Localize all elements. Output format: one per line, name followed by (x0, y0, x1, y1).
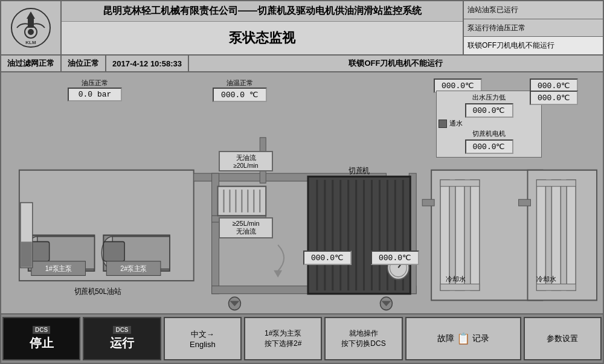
svg-rect-58 (455, 180, 464, 290)
svg-point-4 (28, 29, 34, 35)
svg-rect-66 (536, 180, 576, 187)
svg-rect-64 (551, 180, 561, 290)
status-item-2: 泵运行待油压正常 (464, 19, 603, 37)
filter-status: 油过滤网正常 (1, 56, 62, 71)
svg-rect-69 (519, 199, 531, 206)
status-item-3: 联锁OFF刀机电机不能运行 (464, 37, 603, 54)
svg-marker-1 (27, 11, 35, 19)
local-dcs-button[interactable]: 就地操作 按下切换DCS (324, 317, 402, 360)
svg-text:2#泵主泵: 2#泵主泵 (120, 265, 147, 272)
svg-rect-28 (212, 216, 266, 222)
alert-text: 联锁OFF刀机电机不能运行 (189, 56, 603, 71)
main-container: KLM 昆明克林轻工机械有限责任公司——切蔗机及驱动电机供油润滑站监控系统 泵状… (0, 0, 604, 364)
svg-text:切蔗机: 切蔗机 (349, 167, 370, 176)
svg-text:切蔗机50L油站: 切蔗机50L油站 (74, 287, 121, 296)
info-bar: 油过滤网正常 油位正常 2017-4-12 10:58:33 联锁OFF刀机电机… (1, 56, 603, 72)
svg-rect-57 (440, 180, 449, 290)
logo-area: KLM (1, 1, 62, 54)
svg-text:1#泵主泵: 1#泵主泵 (45, 265, 72, 272)
level-status: 油位正常 (62, 56, 106, 71)
company-title: 昆明克林轻工机械有限责任公司——切蔗机及驱动电机供油润滑站监控系统 (62, 1, 463, 22)
pump-select-button[interactable]: 1#泵为主泵 按下选择2# (244, 317, 322, 360)
fault-record-button[interactable]: 故障 📋 记录 (405, 317, 521, 360)
svg-rect-68 (422, 199, 434, 206)
stop-button[interactable]: DCS 停止 (2, 317, 80, 360)
svg-rect-59 (471, 180, 480, 290)
param-button[interactable]: 参数设置 (524, 317, 602, 360)
diagram-svg: 1#泵主泵 2#泵主泵 切蔗机50L油站 (1, 72, 603, 313)
svg-rect-15 (103, 241, 124, 261)
language-button[interactable]: 中文→ English (164, 317, 242, 360)
page-title: 泵状态监视 (62, 22, 463, 54)
svg-text:KLM: KLM (25, 40, 36, 45)
title-area: 昆明克林轻工机械有限责任公司——切蔗机及驱动电机供油润滑站监控系统 泵状态监视 (62, 1, 464, 54)
run-button[interactable]: DCS 运行 (83, 317, 161, 360)
logo-icon: KLM (10, 7, 52, 49)
datetime-display: 2017-4-12 10:58:33 (106, 56, 189, 71)
svg-rect-67 (536, 284, 576, 290)
svg-rect-63 (536, 180, 545, 290)
header: KLM 昆明克林轻工机械有限责任公司——切蔗机及驱动电机供油润滑站监控系统 泵状… (1, 1, 603, 56)
diagram-area: 1#泵主泵 2#泵主泵 切蔗机50L油站 (1, 72, 603, 315)
status-area: 油站油泵已运行 泵运行待油压正常 联锁OFF刀机电机不能运行 (464, 1, 603, 54)
toolbar: DCS 停止 DCS 运行 中文→ English 1#泵为主泵 按下选择2# … (1, 315, 603, 363)
svg-rect-65 (567, 180, 576, 290)
svg-rect-22 (21, 241, 32, 267)
svg-rect-61 (440, 284, 480, 290)
status-item-1: 油站油泵已运行 (464, 1, 603, 19)
svg-rect-60 (440, 180, 480, 187)
